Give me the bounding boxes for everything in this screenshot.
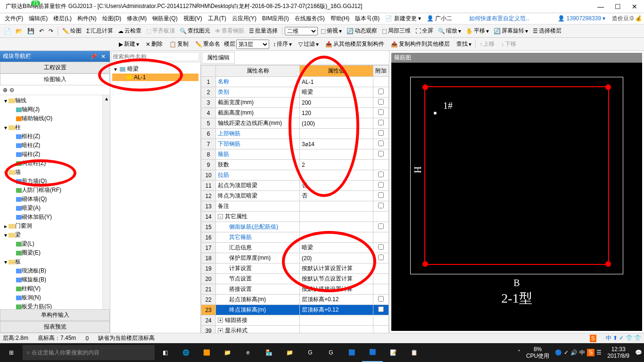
property-row[interactable]: 11起点为顶层暗梁否 (201, 181, 389, 191)
minimize-button[interactable]: — (594, 3, 607, 10)
dynamic-view-button[interactable]: 🔄 动态观察 (345, 26, 379, 36)
volume-icon[interactable]: 🔊 (570, 349, 578, 356)
redo-icon[interactable]: ↷ (47, 27, 55, 35)
property-extra-checkbox[interactable] (378, 296, 384, 302)
tab-report-preview[interactable]: 报表预览 (0, 321, 110, 333)
property-row[interactable]: 2类别暗梁 (201, 87, 389, 98)
taskbar-search[interactable]: ○ 在这里输入你要搜索的内容 (23, 345, 155, 360)
property-extra-checkbox[interactable] (378, 109, 384, 115)
tray-mini[interactable]: 中 ⬆ ✓ 👕 👕 (606, 334, 641, 342)
property-extra-checkbox[interactable] (378, 172, 384, 177)
rename-button[interactable]: ✏️ 重命名 (192, 39, 223, 49)
tree-item[interactable]: 构造柱(Z) (1, 159, 109, 168)
property-row[interactable]: 7下部钢筋3⌀14 (201, 139, 389, 149)
taskbar-app-icon[interactable]: 📝 (383, 343, 404, 362)
property-extra-checkbox[interactable] (378, 182, 384, 188)
find-element-button[interactable]: 🔍 查找图元 (178, 26, 212, 36)
tree-item[interactable]: 框柱(Z) (1, 132, 109, 141)
view-mode-select[interactable]: 二维 (285, 27, 318, 35)
property-row[interactable]: 39+显示样式 (201, 326, 389, 333)
maximize-button[interactable]: ☐ (611, 3, 624, 10)
tree-item[interactable]: 辅助轴线(O) (1, 114, 109, 123)
menu-item[interactable]: 钢筋量(Q) (149, 14, 180, 23)
sum-button[interactable]: Σ 汇总计算 (84, 26, 115, 36)
property-row[interactable]: 5轴线距梁左边线距离(mm)(100) (201, 118, 389, 129)
draw-button[interactable]: ✏️绘图 (60, 26, 83, 36)
property-extra-checkbox[interactable] (378, 223, 384, 229)
component-tree-item[interactable]: AL-1 (112, 74, 198, 81)
help-tip[interactable]: 如何快速布置自定义范.. (469, 15, 529, 23)
tree-item[interactable]: 暗梁(A) (1, 204, 109, 213)
tree-item[interactable]: ▾柱 (1, 123, 109, 132)
property-row[interactable]: 13备注 (201, 201, 389, 212)
menu-item[interactable]: 云应用(Y) (229, 14, 259, 23)
tree-item[interactable]: 板洞(N) (1, 293, 109, 302)
panel-close-icon[interactable]: ✕ (99, 53, 107, 60)
property-extra-checkbox[interactable] (378, 99, 384, 105)
property-tab[interactable]: 属性编辑 (202, 52, 235, 64)
property-extra-checkbox[interactable] (378, 192, 384, 198)
menu-item[interactable]: 文件(F) (2, 14, 26, 23)
tree-item[interactable]: 螺旋板(B) (1, 275, 109, 284)
menu-item[interactable]: 编辑(E) (26, 14, 50, 23)
cloud-check-button[interactable]: ☁ 云检查 (116, 26, 143, 36)
taskbar-app-icon[interactable]: 🏪 (258, 343, 279, 362)
tree-item[interactable]: ▾梁 (1, 230, 109, 239)
floor-select[interactable]: 第3层 (236, 40, 269, 49)
property-extra-checkbox[interactable] (378, 140, 384, 146)
expand-toggle-icon[interactable]: + (218, 328, 223, 333)
taskbar-app-icon[interactable]: 📁 (279, 343, 300, 362)
tree-item[interactable]: 圈梁(E) (1, 248, 109, 257)
property-row[interactable]: 24+锚固搭接 (201, 315, 389, 326)
menu-item[interactable]: 视图(V) (181, 14, 205, 23)
component-tree-root[interactable]: ▾ 暗梁 (112, 65, 198, 74)
expand-toggle-icon[interactable]: - (218, 214, 223, 219)
property-extra-checkbox[interactable] (378, 120, 384, 125)
property-row[interactable]: 4截面高度(mm)120 (201, 108, 389, 118)
expand-toggle-icon[interactable]: + (218, 318, 223, 323)
property-row[interactable]: 3截面宽度(mm)200 (201, 98, 389, 108)
menu-item[interactable]: 楼层(L) (50, 14, 74, 23)
property-extra-checkbox[interactable] (378, 151, 384, 156)
taskbar-app-icon[interactable]: 🟦 (341, 343, 362, 362)
menu-item[interactable]: 版本号(B) (352, 14, 382, 23)
property-extra-checkbox[interactable] (378, 244, 384, 250)
ime-indicator[interactable]: S (590, 335, 596, 342)
tree-item[interactable]: 柱帽(V) (1, 284, 109, 293)
copy-from-floor-button[interactable]: 📥 从其他楼层复制构件 (322, 39, 387, 49)
view-rebar-button[interactable]: 👁 查看钢筋 (213, 26, 246, 36)
property-row[interactable]: 1名称AL-1 (201, 77, 389, 87)
find-button[interactable]: 查找 ▾ (454, 39, 474, 49)
taskbar-app-icon[interactable]: G (321, 343, 341, 362)
property-extra-checkbox[interactable] (378, 89, 384, 94)
taskbar-app-icon[interactable]: 🟧 (196, 343, 217, 362)
property-extra-checkbox[interactable] (378, 306, 384, 312)
tree-item[interactable]: 暗柱(Z) (1, 141, 109, 150)
copy-button[interactable]: 📋 复制 (166, 39, 191, 49)
batch-select-button[interactable]: ☰ 批量选择 (247, 26, 280, 36)
new-button[interactable]: ▶ 新建 ▾ (116, 39, 142, 49)
tab-draw-input[interactable]: 绘图输入 (0, 74, 110, 85)
filter-button[interactable]: ▽ 过滤 ▾ (296, 39, 322, 49)
tree-item[interactable]: 人防门框墙(RF) (1, 186, 109, 195)
sort-button[interactable]: ↕ 排序 ▾ (270, 39, 295, 49)
tree-item[interactable]: ▾墙 (1, 168, 109, 177)
open-file-icon[interactable]: 📂 (14, 27, 25, 35)
delete-button[interactable]: ✕ 删除 (143, 39, 165, 49)
property-row[interactable]: 18保护层厚度(mm)(20) (201, 253, 389, 263)
tray-expand-icon[interactable]: ˄ (518, 349, 520, 356)
property-row[interactable]: 19计算设置按默认计算设置计算 (201, 263, 389, 274)
tray-icon[interactable]: ☰ (596, 349, 602, 356)
phone-label[interactable]: 👤 13907298339 ▾ (558, 15, 605, 22)
property-extra-checkbox[interactable] (378, 255, 384, 260)
property-extra-checkbox[interactable] (378, 203, 384, 208)
menu-item[interactable]: BIM应用(I) (259, 14, 292, 23)
start-button[interactable]: ⊞ (0, 343, 23, 362)
menu-item[interactable]: 工具(T) (205, 14, 229, 23)
tree-item[interactable]: ▸门窗洞 (1, 222, 109, 230)
move-up-button[interactable]: ↑ 上移 (477, 39, 497, 49)
tab-project-settings[interactable]: 工程设置 (0, 62, 110, 74)
task-view-icon[interactable]: ◧ (155, 343, 175, 362)
property-row[interactable]: 20节点设置按默认节点设置计算 (201, 274, 389, 284)
expand-icon[interactable]: ⊕ (3, 87, 8, 93)
